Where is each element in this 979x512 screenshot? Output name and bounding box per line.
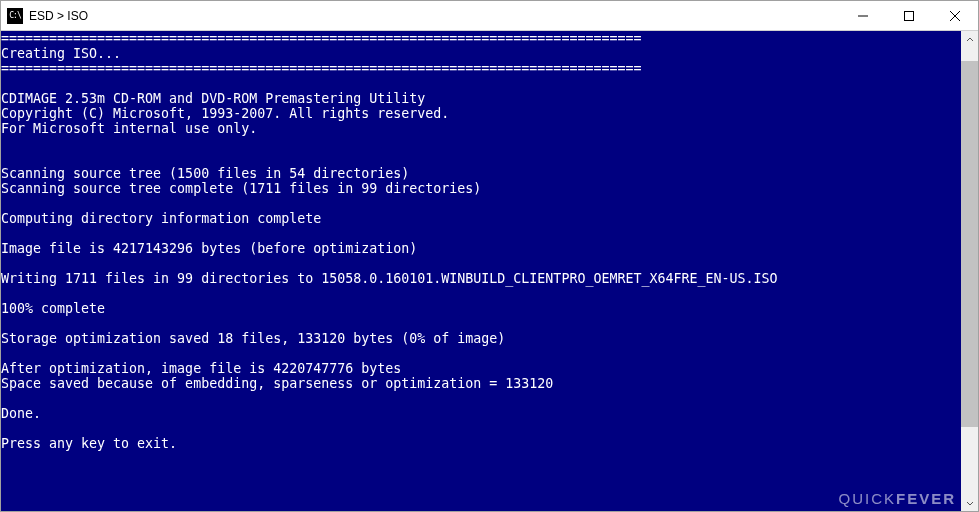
client-area: ========================================… bbox=[1, 31, 978, 511]
minimize-button[interactable] bbox=[840, 1, 886, 31]
console-icon: C:\ bbox=[7, 8, 23, 24]
titlebar: C:\ ESD > ISO bbox=[1, 1, 978, 31]
svg-rect-1 bbox=[905, 11, 914, 20]
maximize-button[interactable] bbox=[886, 1, 932, 31]
console-icon-label: C:\ bbox=[9, 12, 20, 20]
maximize-icon bbox=[904, 11, 914, 21]
scroll-down-arrow-icon[interactable] bbox=[961, 494, 978, 511]
vertical-scrollbar[interactable] bbox=[961, 31, 978, 511]
scroll-track[interactable] bbox=[961, 48, 978, 494]
close-button[interactable] bbox=[932, 1, 978, 31]
console-output[interactable]: ========================================… bbox=[1, 31, 961, 511]
minimize-icon bbox=[858, 11, 868, 21]
close-icon bbox=[950, 11, 960, 21]
scroll-up-arrow-icon[interactable] bbox=[961, 31, 978, 48]
scroll-thumb[interactable] bbox=[961, 61, 978, 427]
window-title: ESD > ISO bbox=[29, 9, 88, 23]
